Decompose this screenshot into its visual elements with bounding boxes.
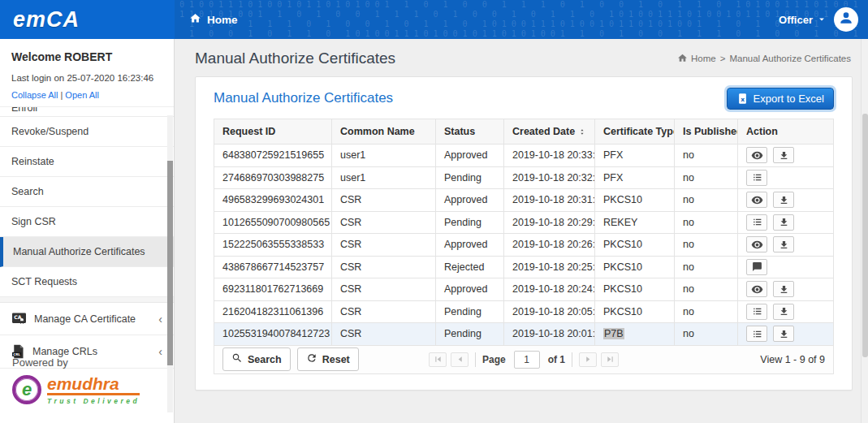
checklist-action-button[interactable] [746,170,767,186]
export-to-excel-button[interactable]: x Export to Excel [727,88,834,110]
page-label: Page [482,354,506,365]
app-header: 10100111010010110101001 1 0 1 0 0 1 1 1 … [0,0,868,39]
last-page-button[interactable] [601,352,619,367]
request-id-cell: 1012655090700980565 [214,211,332,234]
table-row[interactable]: 1012655090700980565CSRPending2019-10-18 … [214,211,834,234]
action-cell [738,211,834,234]
column-header-status[interactable]: Status [436,119,504,145]
page-title: Manual Authorize Certificates [195,50,395,67]
download-action-button[interactable] [773,214,794,231]
collapse-all-link[interactable]: Collapse All [11,90,58,100]
last-login-text: Last login on 25-07-2020 16:23:46 [11,73,162,83]
checklist-action-button[interactable] [746,304,767,320]
prev-page-icon [455,352,464,367]
emudhra-wordmark: emudhra [47,375,140,395]
table-row[interactable]: 692311801762713669CSRApproved2019-10-18 … [214,278,834,301]
sidebar-scrollbar-thumb[interactable] [167,161,173,365]
created-date-cell: 2019-10-18 20:32:33 [504,166,595,189]
user-role-label: Officer [779,14,813,26]
sidebar-scrollbar[interactable] [167,115,173,412]
created-date-cell: 2019-10-18 20:25:47 [504,256,595,278]
column-header-action[interactable]: Action [738,119,834,145]
page-of-label: of 1 [548,354,565,365]
page-scrollbar[interactable] [861,39,868,423]
checklist-action-button[interactable] [746,326,767,342]
table-row[interactable]: 1025531940078412723CSRPending2019-10-18 … [214,323,834,346]
next-page-button[interactable] [579,352,597,367]
download-action-button[interactable] [773,281,794,297]
view-action-button[interactable] [746,192,767,208]
created-date-cell: 2019-10-18 20:31:26 [504,189,595,212]
chevron-left-icon: ‹ [158,346,162,357]
request-id-cell: 216204182311061396 [214,300,332,323]
column-header-created-date[interactable]: Created Date [504,119,595,145]
page-number-input[interactable] [514,351,540,369]
view-action-button[interactable] [746,236,767,253]
is-published-cell: no [675,234,738,257]
status-cell: Approved [436,189,504,212]
request-id-cell: 274686970303988275 [214,166,332,189]
download-icon [779,217,789,227]
table-row[interactable]: 648380725921519655user1Approved2019-10-1… [214,145,834,167]
sidebar-item-search[interactable]: Search [0,177,174,207]
table-row[interactable]: 438678667714523757CSRRejected2019-10-18 … [214,256,834,278]
download-action-button[interactable] [773,326,794,342]
sidebar-item-sign-csr[interactable]: Sign CSR [0,207,174,237]
comment-action-button[interactable] [746,259,767,275]
column-header-certificate-type[interactable]: Certificate Type [595,119,675,145]
comment-icon [752,261,762,272]
sidebar-item-manual-authorize-certificates[interactable]: Manual Authorize Certificates [0,237,174,267]
column-header-label: Request ID [222,126,275,137]
table-row[interactable]: 152225063555338533CSRApproved2019-10-18 … [214,234,834,257]
eye-icon [751,239,763,251]
table-row[interactable]: 274686970303988275user1Pending2019-10-18… [214,166,834,189]
action-cell [738,256,834,278]
common-name-cell: CSR [332,278,436,301]
download-action-button[interactable] [773,304,794,320]
request-id-cell: 1025531940078412723 [214,323,332,346]
checklist-icon [752,172,762,183]
is-published-cell: no [675,256,738,278]
action-cell [738,323,834,346]
certificate-type-cell: PKCS10 [595,234,675,257]
common-name-cell: CSR [332,211,436,234]
certificate-type-cell: REKEY [595,211,675,234]
breadcrumb: Home > Manual Authorize Certificates [677,53,851,65]
user-menu[interactable]: Officer [779,7,868,32]
sidebar-item-manage-ca-certificate[interactable]: CAManage CA Certificate‹ [0,303,174,335]
view-action-button[interactable] [746,281,767,297]
checklist-action-button[interactable] [746,214,767,231]
open-all-link[interactable]: Open All [65,90,99,100]
view-action-button[interactable] [746,147,767,163]
sidebar-item-label: Manage CRLs [32,346,97,357]
sidebar-item-label: Revoke/Suspend [11,126,89,137]
nav-home[interactable]: Home [175,12,238,27]
table-row[interactable]: 496583299693024301CSRApproved2019-10-18 … [214,189,834,212]
breadcrumb-separator: > [720,54,726,63]
sidebar-item-sct-requests[interactable]: SCT Requests [0,267,174,297]
download-action-button[interactable] [773,192,794,208]
action-cell [738,166,834,189]
status-cell: Approved [436,145,504,167]
first-page-button[interactable] [429,352,447,367]
column-header-common-name[interactable]: Common Name [332,119,436,145]
table-row[interactable]: 216204182311061396CSRPending2019-10-18 2… [214,300,834,323]
column-header-label: Action [746,126,778,137]
reset-button[interactable]: Reset [297,347,359,371]
avatar[interactable] [834,7,858,32]
page-scrollbar-thumb[interactable] [862,114,868,357]
binary-pattern-decor: 10100111010010110101001 1 0 1 0 0 1 1 1 … [170,0,868,39]
sidebar-item-revoke-suspend[interactable]: Revoke/Suspend [0,117,174,147]
created-date-cell: 2019-10-18 20:01:53 [504,323,595,346]
search-button[interactable]: Search [222,347,291,371]
column-header-is-published[interactable]: Is Published [675,119,738,145]
sidebar-item-reinstate[interactable]: Reinstate [0,147,174,177]
breadcrumb-home[interactable]: Home [677,53,716,65]
download-action-button[interactable] [773,147,794,163]
prev-page-button[interactable] [451,352,469,367]
request-id-cell: 692311801762713669 [214,278,332,301]
column-header-request-id[interactable]: Request ID [214,119,332,145]
ca-certificate-icon: CA [11,312,27,326]
download-action-button[interactable] [773,236,794,253]
sidebar-item-enroll[interactable]: Enroll [0,107,174,117]
